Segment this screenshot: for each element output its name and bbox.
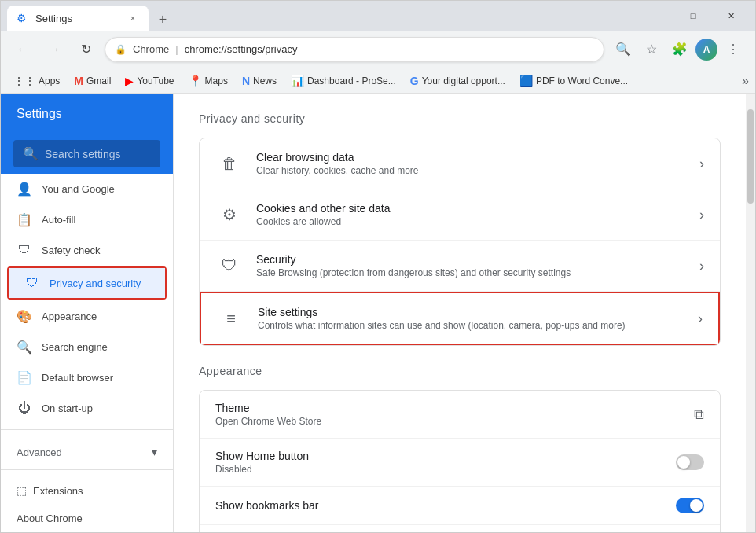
sidebar-item-search-engine[interactable]: 🔍 Search engine: [1, 332, 173, 362]
startup-icon: ⏻: [17, 401, 32, 415]
tab-strip: ⚙ Settings × +: [7, 1, 631, 31]
sidebar-item-label: Default browser: [42, 372, 157, 384]
sidebar-item-default-browser[interactable]: 📄 Default browser: [1, 362, 173, 393]
clear-browsing-row[interactable]: 🗑 Clear browsing data Clear history, coo…: [200, 138, 720, 189]
nav-divider-2: [1, 469, 173, 470]
sidebar-item-autofill[interactable]: 📋 Auto-fill: [1, 204, 173, 235]
tab-close-button[interactable]: ×: [127, 12, 139, 24]
cookies-chevron-icon: ›: [699, 207, 704, 223]
sidebar-item-privacy-security[interactable]: 🛡 Privacy and security: [9, 268, 165, 298]
site-settings-desc: Controls what information sites can use …: [258, 320, 698, 331]
security-chevron-icon: ›: [699, 258, 704, 274]
minimize-button[interactable]: —: [637, 3, 673, 28]
active-tab[interactable]: ⚙ Settings ×: [7, 6, 149, 31]
forward-button[interactable]: →: [42, 37, 67, 62]
bookmarks-more-button[interactable]: »: [742, 74, 749, 88]
security-row[interactable]: 🛡 Security Safe Browsing (protection fro…: [200, 241, 720, 292]
profile-avatar[interactable]: A: [695, 39, 717, 61]
autofill-icon: 📋: [17, 212, 32, 227]
bookmark-gmail[interactable]: M Gmail: [68, 72, 117, 90]
extensions-icon-button[interactable]: 🧩: [667, 37, 692, 62]
home-button-row: Show Home button Disabled: [200, 439, 720, 487]
theme-external-link-icon[interactable]: ⧉: [694, 406, 704, 423]
cookies-row[interactable]: ⚙ Cookies and other site data Cookies ar…: [200, 189, 720, 241]
security-icon: 🛡: [215, 252, 244, 280]
digital-icon: G: [410, 75, 419, 87]
apps-icon: ⋮⋮: [13, 75, 35, 87]
sidebar-item-safety-check[interactable]: 🛡 Safety check: [1, 235, 173, 265]
url-site: Chrome: [133, 43, 169, 55]
you-google-icon: 👤: [17, 182, 32, 197]
cookies-icon: ⚙: [215, 200, 244, 229]
bookmark-icon-button[interactable]: ☆: [639, 37, 664, 62]
gmail-icon: M: [74, 75, 83, 87]
close-button[interactable]: ✕: [713, 3, 749, 28]
advanced-section[interactable]: Advanced ▾: [1, 436, 173, 463]
extensions-label: Extensions: [33, 485, 83, 497]
appearance-icon: 🎨: [17, 309, 32, 324]
extensions-item[interactable]: ⬚ Extensions: [1, 476, 173, 505]
theme-text: Theme Open Chrome Web Store: [215, 402, 694, 427]
shield-icon: 🛡: [222, 257, 237, 275]
site-settings-icon: ≡: [217, 304, 245, 333]
bookmarks-bar-toggle[interactable]: [676, 498, 704, 513]
bookmark-dashboard-label: Dashboard - ProSe...: [307, 75, 396, 86]
search-engine-icon: 🔍: [17, 340, 32, 355]
bookmark-dashboard[interactable]: 📊 Dashboard - ProSe...: [284, 72, 402, 90]
window-controls: — □ ✕: [637, 3, 749, 28]
settings-search-input[interactable]: [45, 148, 151, 160]
about-chrome-item[interactable]: About Chrome: [1, 505, 173, 532]
theme-row[interactable]: Theme Open Chrome Web Store ⧉: [200, 391, 720, 439]
bookmark-apps-label: Apps: [39, 75, 60, 86]
bookmark-digital[interactable]: G Your digital opport...: [404, 72, 512, 90]
advanced-arrow-icon: ▾: [152, 446, 157, 458]
privacy-icon: 🛡: [24, 276, 40, 290]
sidebar-item-label: Privacy and security: [50, 278, 149, 289]
clear-browsing-icon: 🗑: [215, 149, 244, 178]
default-browser-icon: 📄: [17, 370, 32, 385]
back-button[interactable]: ←: [10, 37, 35, 62]
about-chrome-label: About Chrome: [17, 513, 83, 524]
bookmark-news-label: News: [253, 75, 277, 86]
search-bar-container: 🔍: [1, 134, 173, 174]
bookmark-maps[interactable]: 📍 Maps: [182, 72, 234, 90]
refresh-button[interactable]: ↻: [73, 37, 98, 62]
theme-title: Theme: [215, 402, 694, 414]
bookmark-news[interactable]: N News: [236, 72, 283, 90]
sidebar-item-appearance[interactable]: 🎨 Appearance: [1, 301, 173, 332]
home-button-title: Show Home button: [215, 450, 676, 462]
privacy-section-title: Privacy and security: [199, 112, 721, 125]
privacy-security-highlight: 🛡 Privacy and security: [7, 266, 167, 300]
settings-sidebar: Settings 🔍 👤 You and Google 📋 Auto-fill …: [1, 94, 174, 532]
bookmarks-bar-row: Show bookmarks bar: [200, 487, 720, 525]
new-tab-button[interactable]: +: [152, 9, 174, 31]
bookmark-youtube[interactable]: ▶ YouTube: [119, 72, 180, 90]
font-size-row: Font size Medium (Recommended) ▾: [200, 525, 720, 532]
sidebar-item-on-startup[interactable]: ⏻ On start-up: [1, 393, 173, 423]
sidebar-item-label: Safety check: [42, 244, 157, 256]
privacy-security-card: 🗑 Clear browsing data Clear history, coo…: [199, 138, 721, 346]
site-settings-row[interactable]: ≡ Site settings Controls what informatio…: [200, 292, 720, 345]
bookmark-digital-label: Your digital opport...: [422, 75, 505, 86]
scrollbar[interactable]: [746, 94, 755, 532]
security-desc: Safe Browsing (protection from dangerous…: [256, 267, 699, 278]
home-button-toggle[interactable]: [676, 454, 704, 470]
settings-search-box[interactable]: 🔍: [13, 140, 160, 167]
youtube-icon: ▶: [125, 75, 134, 87]
bookmark-pdf[interactable]: 🟦 PDF to Word Conve...: [513, 72, 634, 90]
settings-title: Settings: [17, 107, 62, 121]
menu-button[interactable]: ⋮: [721, 37, 746, 62]
bookmark-apps[interactable]: ⋮⋮ Apps: [7, 72, 66, 90]
title-bar: ⚙ Settings × + — □ ✕: [1, 1, 755, 31]
cookies-text: Cookies and other site data Cookies are …: [256, 202, 699, 227]
nav-divider: [1, 429, 173, 430]
sidebar-item-you-google[interactable]: 👤 You and Google: [1, 174, 173, 204]
trash-icon: 🗑: [222, 155, 237, 173]
url-bar[interactable]: 🔒 Chrome | chrome://settings/privacy: [105, 37, 604, 62]
bookmark-pdf-label: PDF to Word Conve...: [536, 75, 628, 86]
sidebar-item-label: Auto-fill: [42, 214, 157, 226]
clear-browsing-desc: Clear history, cookies, cache and more: [256, 165, 699, 176]
search-icon-button[interactable]: 🔍: [611, 37, 636, 62]
maximize-button[interactable]: □: [675, 3, 711, 28]
scrollbar-thumb[interactable]: [747, 109, 754, 204]
